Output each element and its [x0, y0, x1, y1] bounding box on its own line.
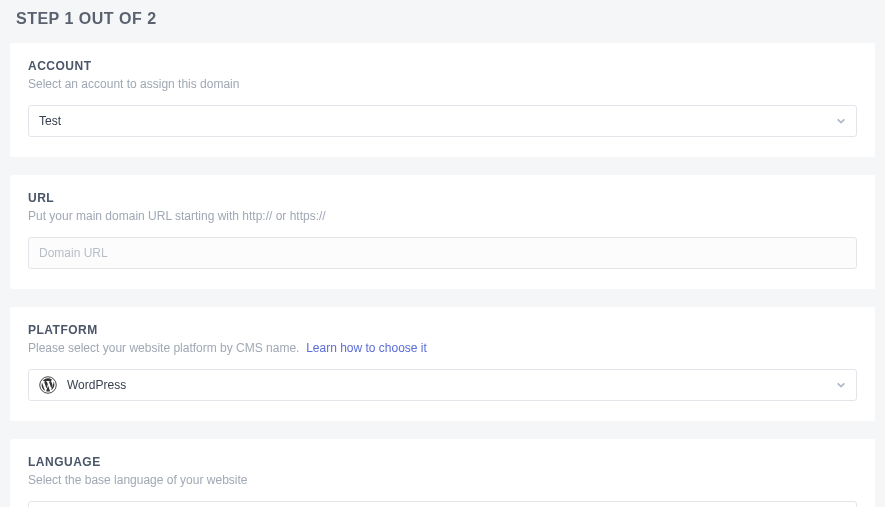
platform-select-value: WordPress: [67, 378, 126, 392]
account-card: ACCOUNT Select an account to assign this…: [10, 43, 875, 157]
language-card: LANGUAGE Select the base language of you…: [10, 439, 875, 507]
url-input[interactable]: [39, 246, 846, 260]
wordpress-icon: [39, 376, 57, 394]
language-label: LANGUAGE: [28, 455, 857, 469]
chevron-down-icon: [836, 116, 846, 126]
url-card: URL Put your main domain URL starting wi…: [10, 175, 875, 289]
url-desc: Put your main domain URL starting with h…: [28, 209, 857, 223]
url-input-wrapper: [28, 237, 857, 269]
platform-desc-text: Please select your website platform by C…: [28, 341, 299, 355]
account-select[interactable]: Test: [28, 105, 857, 137]
platform-desc: Please select your website platform by C…: [28, 341, 857, 355]
account-select-value: Test: [39, 114, 61, 128]
chevron-down-icon: [836, 380, 846, 390]
platform-label: PLATFORM: [28, 323, 857, 337]
language-desc: Select the base language of your website: [28, 473, 857, 487]
url-label: URL: [28, 191, 857, 205]
platform-card: PLATFORM Please select your website plat…: [10, 307, 875, 421]
account-label: ACCOUNT: [28, 59, 857, 73]
account-desc: Select an account to assign this domain: [28, 77, 857, 91]
platform-learn-link[interactable]: Learn how to choose it: [306, 341, 427, 355]
platform-select[interactable]: WordPress: [28, 369, 857, 401]
page-title: STEP 1 OUT OF 2: [16, 10, 875, 28]
language-select[interactable]: English: [28, 501, 857, 507]
